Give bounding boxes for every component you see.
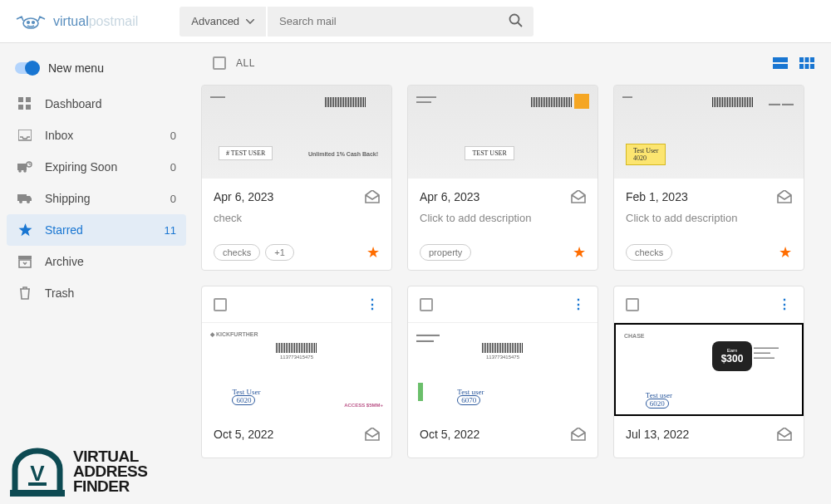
card-checkbox[interactable] <box>626 298 639 311</box>
card-description[interactable]: Click to add description <box>626 212 792 225</box>
tag-more[interactable]: +1 <box>265 244 294 261</box>
card-date: Apr 6, 2023 <box>214 190 273 203</box>
caret-down-icon <box>246 19 254 24</box>
sidebar-item-inbox[interactable]: Inbox 0 <box>7 120 186 151</box>
sidebar-item-count: 11 <box>165 224 176 237</box>
star-icon[interactable]: ★ <box>366 243 380 262</box>
svg-rect-17 <box>18 256 32 259</box>
more-icon[interactable]: ⋮ <box>366 296 380 312</box>
logo[interactable]: virtualpostmail <box>13 12 138 31</box>
mail-thumbnail: ▬▬▬# TEST USERUnlimited 1% Cash Back! <box>202 86 391 179</box>
card-checkbox[interactable] <box>214 298 227 311</box>
search-wrap <box>266 7 534 37</box>
card-tags: checks ★ <box>626 243 792 262</box>
card-date: Oct 5, 2022 <box>420 428 479 441</box>
new-menu-toggle[interactable] <box>15 62 38 74</box>
svg-rect-6 <box>26 97 31 102</box>
archive-icon <box>17 253 33 270</box>
content: ALL ▬▬▬# TEST USERUnlimited 1% Cash Back… <box>193 43 831 504</box>
select-all-checkbox[interactable] <box>213 56 226 70</box>
mail-card[interactable]: ⋮ ◆ KICKFURTHER 113773415475 Test User60… <box>201 286 392 458</box>
card-date: Apr 6, 2023 <box>420 190 479 203</box>
sidebar-item-archive[interactable]: Archive <box>7 246 186 277</box>
mail-card[interactable]: ⋮ ▬▬▬▬▬▬▬ 113773415475 Test user6070 Oct… <box>407 286 598 458</box>
sidebar-item-label: Dashboard <box>45 97 102 110</box>
sidebar-item-shipping[interactable]: Shipping 0 <box>7 183 186 214</box>
sidebar-item-expiring[interactable]: Expiring Soon 0 <box>7 151 186 183</box>
svg-line-4 <box>518 22 522 27</box>
sidebar-item-dashboard[interactable]: Dashboard <box>7 88 186 120</box>
svg-text:V: V <box>30 461 45 486</box>
expiring-icon <box>17 159 33 175</box>
sidebar-item-starred[interactable]: Starred 11 <box>7 214 186 246</box>
mail-thumbnail: ▬▬▬▬▬▬▬TEST USER <box>408 86 597 179</box>
watermark-icon: V <box>8 444 66 499</box>
mail-thumbnail: CHASE Earn$300 ▬▬▬▬▬▬▬▬▬▬▬▬▬▬▬ Test user… <box>614 323 804 416</box>
sidebar-item-label: Expiring Soon <box>45 160 117 174</box>
svg-rect-25 <box>805 64 809 69</box>
open-mail-icon[interactable] <box>777 428 792 441</box>
tag[interactable]: checks <box>214 244 260 261</box>
star-icon[interactable]: ★ <box>573 243 586 262</box>
sidebar-item-count: 0 <box>170 161 176 174</box>
top-bar: virtualpostmail Advanced <box>0 0 831 43</box>
svg-rect-10 <box>17 164 27 170</box>
sidebar-item-count: 0 <box>170 193 176 205</box>
svg-rect-14 <box>17 194 27 201</box>
more-icon[interactable]: ⋮ <box>778 296 792 312</box>
shipping-icon <box>17 190 33 207</box>
card-description[interactable]: Click to add description <box>420 212 586 225</box>
mail-thumbnail: ◆ KICKFURTHER 113773415475 Test User6020… <box>202 323 391 416</box>
new-menu-label: New menu <box>48 61 104 75</box>
grid-view-icon[interactable] <box>799 57 814 69</box>
svg-rect-23 <box>810 57 814 62</box>
search-input[interactable] <box>268 7 534 37</box>
watermark: V VIRTUALADDRESSFINDER <box>8 444 147 499</box>
card-date: Jul 13, 2022 <box>626 428 689 441</box>
list-view-icon[interactable] <box>773 57 788 69</box>
mail-card[interactable]: ⋮ CHASE Earn$300 ▬▬▬▬▬▬▬▬▬▬▬▬▬▬▬ Test us… <box>613 286 804 458</box>
logo-text: virtualpostmail <box>53 14 138 29</box>
sidebar-item-label: Starred <box>45 223 83 237</box>
open-mail-icon[interactable] <box>777 190 792 203</box>
sidebar-item-label: Trash <box>45 286 74 300</box>
star-icon[interactable]: ★ <box>779 243 792 262</box>
inbox-icon <box>17 127 33 144</box>
mail-card[interactable]: ▬▬▬▬▬▬▬TEST USER Apr 6, 2023 Click to ad… <box>407 85 598 271</box>
card-date: Feb 1, 2023 <box>626 190 688 203</box>
svg-point-11 <box>18 169 22 173</box>
advanced-button[interactable]: Advanced <box>179 7 266 37</box>
select-all[interactable]: ALL <box>213 56 255 70</box>
sidebar-item-count: 0 <box>170 130 176 142</box>
mail-card[interactable]: ▬▬▬# TEST USERUnlimited 1% Cash Back! Ap… <box>201 85 392 271</box>
sidebar-item-label: Inbox <box>45 129 73 142</box>
sidebar: New menu Dashboard Inbox 0 Expiring Soon… <box>0 43 193 504</box>
search-group: Advanced <box>179 7 534 37</box>
svg-point-3 <box>510 14 519 23</box>
trash-icon <box>17 285 33 301</box>
view-toggles <box>773 57 814 69</box>
tag[interactable]: property <box>420 244 471 261</box>
tag[interactable]: checks <box>626 244 672 261</box>
svg-point-16 <box>27 200 30 203</box>
open-mail-icon[interactable] <box>365 428 380 441</box>
card-checkbox[interactable] <box>420 298 433 311</box>
card-date: Oct 5, 2022 <box>214 428 273 441</box>
more-icon[interactable]: ⋮ <box>572 296 586 312</box>
mail-card[interactable]: ▬▬▬▬ ▬▬Test User4020 Feb 1, 2023 Click t… <box>613 85 804 271</box>
svg-rect-26 <box>810 64 814 69</box>
svg-point-2 <box>32 21 35 23</box>
content-header: ALL <box>201 56 814 70</box>
advanced-label: Advanced <box>191 15 239 27</box>
card-tags: property ★ <box>420 243 586 262</box>
open-mail-icon[interactable] <box>571 190 586 203</box>
open-mail-icon[interactable] <box>365 190 380 203</box>
sidebar-item-trash[interactable]: Trash <box>7 277 186 309</box>
mail-grid: ▬▬▬# TEST USERUnlimited 1% Cash Back! Ap… <box>201 85 814 458</box>
svg-rect-19 <box>773 57 788 62</box>
svg-rect-5 <box>18 97 23 102</box>
open-mail-icon[interactable] <box>571 428 586 441</box>
card-description[interactable]: check <box>214 212 380 225</box>
svg-point-1 <box>27 21 30 23</box>
svg-rect-7 <box>18 105 23 110</box>
